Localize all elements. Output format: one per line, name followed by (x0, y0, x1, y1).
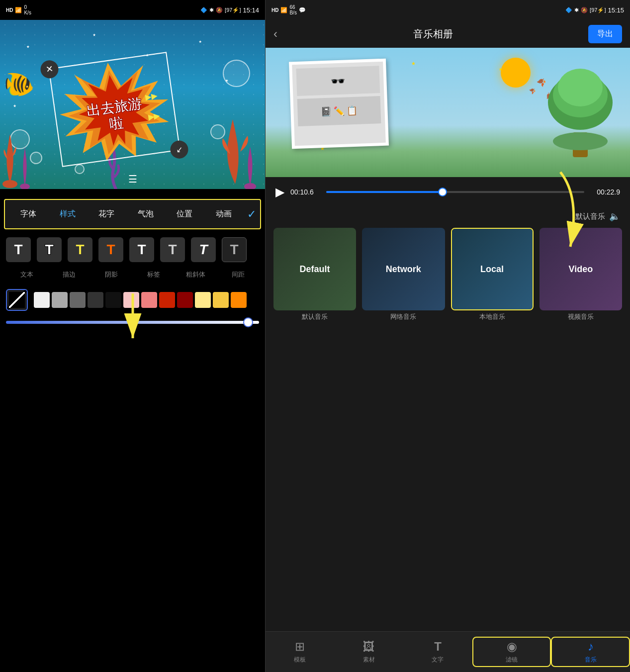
volume-icon[interactable]: 🔈 (609, 211, 620, 222)
battery-right-icon: [97⚡] (590, 7, 606, 13)
notepad-icon: 📋 (347, 105, 358, 116)
style-dark[interactable]: T (160, 237, 185, 262)
bubble-5 (75, 164, 85, 174)
top-navigation: ‹ 音乐相册 导出 (266, 20, 630, 48)
music-label: 音乐 (585, 656, 597, 664)
material-icon: 🖼 (363, 640, 375, 654)
material-label: 素材 (363, 656, 375, 664)
bottom-tabs: ⊞ 模板 🖼 素材 T 文字 ◉ 滤镜 ♪ 音乐 (266, 631, 630, 672)
tab-filter[interactable]: ◉ 滤镜 (472, 637, 551, 667)
music-category-network[interactable]: Network 网络音乐 (362, 228, 445, 321)
coral-left-svg (0, 129, 40, 189)
toolbar-animation[interactable]: 动画 (204, 205, 244, 223)
play-button[interactable]: ▶ (275, 185, 284, 199)
music-card-local[interactable]: Local (451, 228, 534, 310)
swatch-white[interactable] (34, 292, 50, 308)
no-fill-indicator (9, 292, 25, 308)
template-icon: ⊞ (295, 640, 305, 654)
swatch-lyellow[interactable] (195, 292, 211, 308)
style-7[interactable]: T (191, 237, 216, 262)
text-label: 文字 (432, 656, 444, 664)
hd-badge: HD (271, 7, 278, 13)
toolbar-position[interactable]: 位置 (165, 205, 204, 223)
music-local-label: 本地音乐 (451, 312, 534, 321)
music-category-local[interactable]: Local 本地音乐 (451, 228, 534, 321)
no-color-swatch[interactable] (6, 289, 28, 311)
toolbar-confirm[interactable]: ✓ (247, 208, 256, 221)
signal-right: 📶 (280, 7, 287, 13)
music-default-label: 默认音乐 (273, 312, 356, 321)
svg-point-16 (553, 132, 608, 150)
data-speed: 0K/s (24, 4, 31, 15)
music-default-img: Default (273, 228, 356, 310)
back-button[interactable]: ‹ (273, 27, 277, 41)
style-white[interactable]: T (129, 237, 154, 262)
tab-music[interactable]: ♪ 音乐 (551, 637, 630, 667)
status-bar-left: HD 📶 0K/s 🔷 ✱ 🔕 [97⚡] 15:14 (0, 0, 265, 20)
total-time: 00:22.9 (590, 188, 620, 196)
wifi-right-icon: ✱ (574, 7, 579, 13)
label-outline: 描边 (48, 270, 90, 279)
toolbar-fancy[interactable]: 花字 (87, 205, 126, 223)
swatch-yellow[interactable] (213, 292, 229, 308)
color-slider-thumb[interactable] (243, 317, 253, 327)
swatch-dred[interactable] (177, 292, 193, 308)
tab-material[interactable]: 🖼 素材 (335, 640, 404, 664)
preview-star-3: ★ (499, 67, 502, 72)
data-speed-right: 66B/s (289, 4, 296, 15)
content-spacer (266, 329, 630, 631)
wechat-icon: 💬 (299, 7, 306, 13)
style-8[interactable]: T (222, 237, 247, 262)
toolbar-font[interactable]: 字体 (9, 205, 48, 223)
yellow-arrow-indicator (113, 288, 153, 350)
music-category-default[interactable]: Default 默认音乐 (273, 228, 356, 321)
swatch-orange[interactable] (231, 292, 247, 308)
sun-decoration (501, 58, 531, 88)
svg-point-15 (558, 69, 603, 106)
status-right-info: 🔷 ✱ 🔕 [97⚡] 15:14 (200, 6, 259, 14)
swatch-red[interactable] (159, 292, 175, 308)
sound-icon: 🔕 (216, 7, 223, 13)
swatch-lgray[interactable] (52, 292, 68, 308)
music-network-img: Network (362, 228, 445, 310)
swatch-mgray[interactable] (70, 292, 86, 308)
template-label: 模板 (294, 656, 306, 664)
sticker-container[interactable]: ✕ ↙ 出去旅游 啦 ▶▶ ▶▶ (48, 52, 180, 167)
label-tag: 标签 (132, 270, 175, 279)
style-yellow[interactable]: T (68, 237, 92, 262)
sound-right-icon: 🔕 (581, 7, 588, 13)
filter-icon: ◉ (507, 640, 517, 654)
text-tab-icon: T (434, 640, 442, 654)
page-title: 音乐相册 (413, 27, 453, 41)
toolbar-style[interactable]: 样式 (48, 205, 88, 223)
style-options-row: T T T T T T T T (0, 229, 265, 270)
photo-card-inner: 🕶️ 📓 ✏️ 📋 (292, 62, 386, 146)
glasses-image: 🕶️ (296, 66, 380, 96)
tab-text[interactable]: T 文字 (403, 640, 472, 664)
photo-card: 🕶️ 📓 ✏️ 📋 (289, 59, 389, 149)
export-button[interactable]: 导出 (588, 25, 622, 43)
music-card-default[interactable]: Default (273, 228, 356, 310)
status-right-left-info: HD 📶 66B/s 💬 (271, 4, 306, 15)
music-card-network[interactable]: Network (362, 228, 445, 310)
tab-template[interactable]: ⊞ 模板 (266, 640, 335, 664)
signal-bars: 📶 (15, 7, 22, 13)
video-menu-icon[interactable]: ☰ (128, 173, 137, 185)
style-orange[interactable]: T (98, 237, 123, 262)
coral-right-svg (205, 114, 265, 189)
bubble-3 (223, 60, 250, 87)
swatch-dgray[interactable] (88, 292, 103, 308)
right-panel: HD 📶 66B/s 💬 🔷 ✱ 🔕 [97⚡] 15:15 ‹ 音乐相册 导出… (266, 0, 630, 672)
current-time: 00:10.6 (290, 188, 320, 196)
time-left: 15:14 (243, 6, 259, 14)
bluetooth-right-icon: 🔷 (565, 7, 572, 13)
label-bold-italic: 粗斜体 (175, 270, 217, 279)
video-preview[interactable]: 🐠 (0, 20, 265, 189)
style-plain[interactable]: T (6, 237, 31, 262)
status-bar-right: HD 📶 66B/s 💬 🔷 ✱ 🔕 [97⚡] 15:15 (266, 0, 630, 20)
progress-thumb[interactable] (438, 188, 447, 196)
toolbar-bubble[interactable]: 气泡 (126, 205, 166, 223)
style-outline[interactable]: T (37, 237, 62, 262)
style-labels-row: 文本 描边 阴影 标签 粗斜体 间距 (0, 270, 265, 283)
status-right-right-info: 🔷 ✱ 🔕 [97⚡] 15:15 (565, 6, 624, 14)
